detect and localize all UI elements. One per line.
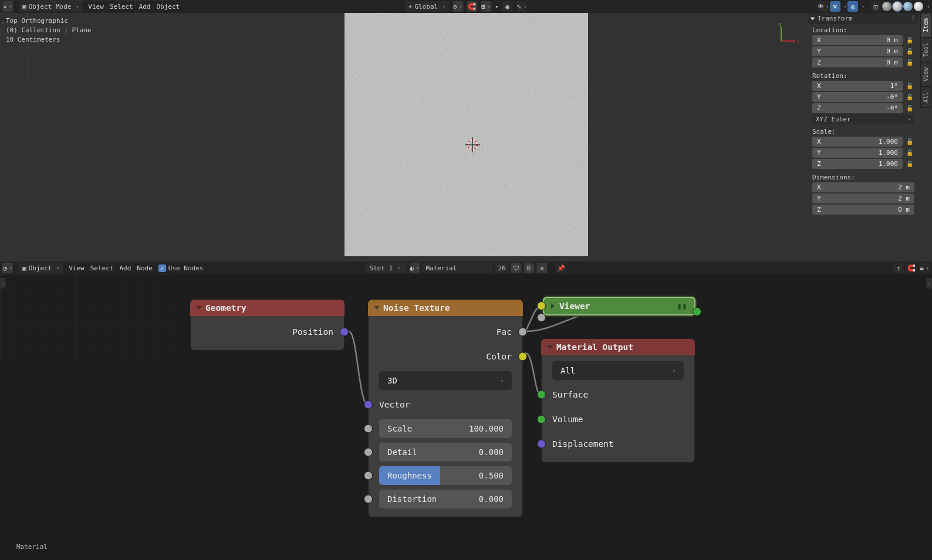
disclosure-icon bbox=[374, 306, 380, 310]
pivot-icon[interactable]: ⊙▾ bbox=[453, 1, 463, 12]
scale-z-field[interactable]: Z1.000 bbox=[812, 159, 903, 169]
node-editor-canvas[interactable]: › ‹ Geometry Position Noise Texture Fac bbox=[0, 274, 932, 560]
parent-tree-icon[interactable]: ↥ bbox=[893, 263, 904, 273]
socket-roughness-in[interactable] bbox=[364, 471, 373, 480]
overlays-icon[interactable]: ◎ bbox=[847, 1, 858, 12]
noise-texture-preview bbox=[345, 13, 588, 256]
node-material-output[interactable]: Material Output All▾ Surface Volume Disp… bbox=[541, 339, 695, 463]
socket-fac-out[interactable] bbox=[518, 328, 527, 337]
scale-x-field[interactable]: X1.000 bbox=[812, 137, 903, 147]
noise-detail-field[interactable]: Detail0.000 bbox=[379, 443, 512, 461]
orientation-icon: ⌖ bbox=[408, 3, 412, 11]
node-mode-dropdown[interactable]: ▣ Object ▾ bbox=[19, 263, 63, 273]
rotation-x-field[interactable]: X1° bbox=[812, 81, 903, 91]
snap-target-icon[interactable]: ⊞▾ bbox=[481, 1, 491, 12]
falloff-icon[interactable]: ∿▾ bbox=[516, 1, 527, 12]
menu-view[interactable]: View bbox=[69, 264, 85, 272]
location-z-field[interactable]: Z0 m bbox=[812, 57, 903, 67]
3d-viewport[interactable]: ✦▾ ▣ Object Mode ▾ View Select Add Objec… bbox=[0, 0, 932, 262]
lock-icon[interactable]: 🔓 bbox=[905, 36, 914, 45]
node-viewer[interactable]: Viewer ▮▮ bbox=[543, 297, 695, 315]
lock-icon[interactable]: 🔓 bbox=[905, 58, 914, 67]
orientation-dropdown[interactable]: ⌖ Global ▾ bbox=[405, 1, 449, 12]
material-name-field[interactable]: Material bbox=[422, 263, 492, 273]
panel-options-icon[interactable]: ⠿ bbox=[911, 15, 916, 22]
noise-distortion-field[interactable]: Distortion0.000 bbox=[379, 490, 512, 508]
socket-vector-in[interactable] bbox=[364, 401, 373, 409]
matout-target-dropdown[interactable]: All▾ bbox=[552, 361, 684, 380]
shading-render-icon[interactable] bbox=[914, 2, 923, 11]
shading-wire-icon[interactable] bbox=[882, 2, 892, 11]
location-x-field[interactable]: X0 m bbox=[812, 35, 903, 45]
xray-icon[interactable]: ◫ bbox=[870, 1, 881, 12]
dim-x-field[interactable]: X2 m bbox=[812, 182, 914, 192]
scale-y-field[interactable]: Y1.000 bbox=[812, 148, 903, 158]
checkmark-icon: ✓ bbox=[158, 264, 166, 272]
tab-item[interactable]: Item bbox=[920, 13, 931, 38]
material-users[interactable]: 26 bbox=[495, 263, 508, 273]
fake-user-icon[interactable]: 🛡 bbox=[511, 263, 522, 273]
slot-dropdown[interactable]: Slot 1▾ bbox=[366, 263, 407, 273]
location-label: Location: bbox=[812, 26, 914, 34]
gizmos-icon[interactable]: ⤧ bbox=[830, 1, 840, 12]
rotation-y-field[interactable]: Y-0° bbox=[812, 92, 903, 102]
dim-z-field[interactable]: Z0 m bbox=[812, 205, 914, 215]
visibility-icon[interactable]: 👁▾ bbox=[818, 1, 829, 12]
lock-icon[interactable]: 🔓 bbox=[905, 159, 914, 169]
rotation-mode-dropdown[interactable]: XYZ Euler▾ bbox=[812, 114, 914, 124]
socket-displacement-in[interactable] bbox=[537, 440, 546, 449]
menu-select[interactable]: Select bbox=[90, 264, 114, 272]
lock-icon[interactable]: 🔓 bbox=[905, 148, 914, 158]
socket-scale-in[interactable] bbox=[364, 425, 373, 433]
dim-y-field[interactable]: Y2 m bbox=[812, 194, 914, 203]
new-material-icon[interactable]: ⎘ bbox=[524, 263, 535, 273]
snap-node-icon[interactable]: 🧲 bbox=[906, 263, 917, 273]
pin-icon[interactable]: 📌 bbox=[556, 263, 566, 273]
material-browse-icon[interactable]: ◐▾ bbox=[409, 263, 420, 273]
svg-text:y: y bbox=[779, 22, 782, 27]
menu-node[interactable]: Node bbox=[137, 264, 153, 272]
node-path-breadcrumb[interactable]: Material bbox=[16, 543, 48, 551]
dimensions-label: Dimensions: bbox=[812, 174, 914, 181]
shading-matprev-icon[interactable] bbox=[903, 2, 913, 11]
socket-color-out[interactable] bbox=[518, 352, 527, 361]
node-sidebar-expand-icon[interactable]: ‹ bbox=[926, 278, 932, 289]
node-title: Material Output bbox=[556, 342, 633, 352]
node-toolbar-expand-icon[interactable]: › bbox=[0, 278, 6, 289]
tab-all[interactable]: All bbox=[920, 87, 931, 108]
menu-add[interactable]: Add bbox=[119, 264, 131, 272]
disclosure-icon bbox=[196, 306, 202, 310]
socket-volume-in[interactable] bbox=[537, 415, 546, 424]
socket-viewer-color-in[interactable] bbox=[537, 301, 546, 310]
proportional-edit-icon[interactable]: ◉ bbox=[502, 1, 513, 12]
socket-viewer-alpha-in[interactable] bbox=[537, 313, 546, 322]
tab-view[interactable]: View bbox=[920, 62, 931, 87]
socket-position-out[interactable] bbox=[340, 328, 349, 337]
noise-scale-field[interactable]: Scale100.000 bbox=[379, 419, 512, 438]
lock-icon[interactable]: 🔓 bbox=[905, 82, 914, 91]
node-noise-texture[interactable]: Noise Texture Fac Color 3D▾ Vector Scale bbox=[368, 300, 523, 517]
noise-roughness-field[interactable]: Roughness 0.500 bbox=[379, 466, 512, 485]
transform-panel-header[interactable]: Transform ⠿ bbox=[808, 13, 919, 24]
node-geometry[interactable]: Geometry Position bbox=[190, 300, 345, 351]
noise-dimensions-dropdown[interactable]: 3D▾ bbox=[379, 371, 512, 390]
socket-surface-in[interactable] bbox=[537, 391, 546, 399]
axis-gizmo[interactable]: x y bbox=[776, 22, 800, 46]
use-nodes-checkbox[interactable]: ✓ Use Nodes bbox=[158, 264, 204, 272]
socket-distortion-in[interactable] bbox=[364, 495, 373, 504]
socket-viewer-out[interactable] bbox=[693, 307, 701, 316]
editor-type-node-icon[interactable]: ◔▾ bbox=[2, 263, 13, 273]
lock-icon[interactable]: 🔓 bbox=[905, 137, 914, 147]
lock-icon[interactable]: 🔓 bbox=[905, 93, 914, 102]
snap-node-type-icon[interactable]: ≡▾ bbox=[919, 263, 930, 273]
rotation-z-field[interactable]: Z-0° bbox=[812, 103, 903, 113]
socket-detail-in[interactable] bbox=[364, 448, 373, 457]
shading-solid-icon[interactable] bbox=[893, 2, 902, 11]
tab-tool[interactable]: Tool bbox=[920, 38, 931, 62]
location-y-field[interactable]: Y0 m bbox=[812, 46, 903, 56]
lock-icon[interactable]: 🔓 bbox=[905, 104, 914, 113]
toolbar-expand-icon[interactable]: › bbox=[0, 18, 6, 28]
lock-icon[interactable]: 🔓 bbox=[905, 47, 914, 56]
snap-toggle-icon[interactable]: 🧲 bbox=[467, 1, 477, 12]
unlink-icon[interactable]: ✕ bbox=[537, 263, 548, 273]
